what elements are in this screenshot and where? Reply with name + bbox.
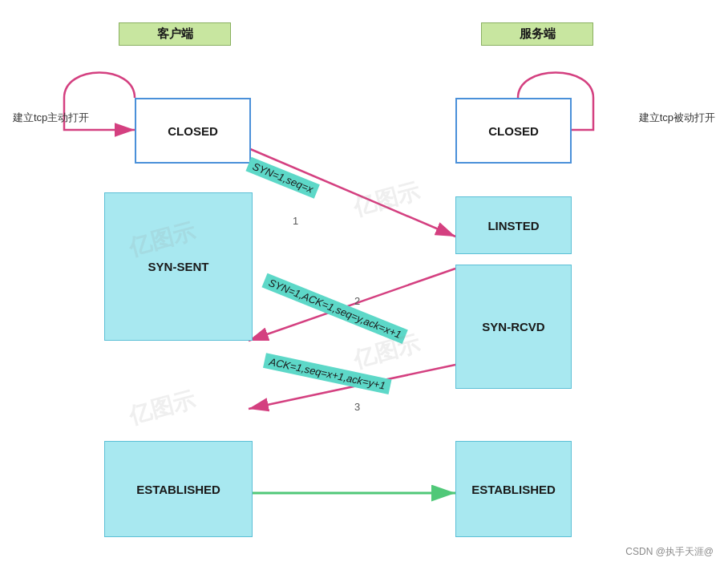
step1-num: 1 — [293, 215, 298, 227]
client-established-box: ESTABLISHED — [104, 441, 253, 537]
syn-sent-box: SYN-SENT — [104, 192, 253, 341]
client-header: 客户端 — [119, 22, 231, 46]
linsted-box: LINSTED — [455, 196, 572, 254]
right-side-label: 建立tcp被动打开 — [639, 111, 715, 125]
step2-num: 2 — [354, 295, 360, 307]
step3-num: 3 — [354, 401, 360, 413]
footer-credit: CSDN @执手天涯@ — [625, 545, 714, 559]
watermark4: 亿图示 — [126, 385, 199, 431]
diagram-container: 客户端 服务端 建立tcp主动打开 建立tcp被动打开 CLOSED CLOSE… — [0, 0, 728, 570]
left-side-label: 建立tcp主动打开 — [13, 111, 89, 125]
svg-line-0 — [249, 148, 455, 236]
arrow3-label: ACK=1,seq=x+1,ack=y+1 — [263, 353, 391, 394]
server-header: 服务端 — [481, 22, 593, 46]
watermark2: 亿图示 — [350, 176, 423, 223]
client-closed-box: CLOSED — [135, 98, 251, 164]
server-established-box: ESTABLISHED — [455, 441, 572, 537]
server-closed-box: CLOSED — [455, 98, 572, 164]
syn-rcvd-box: SYN-RCVD — [455, 265, 572, 389]
arrow2-label: SYN=1,ACK=1,seq=y,ack=x+1 — [261, 273, 408, 344]
arrow1-label: SYN=1,seq=x — [245, 157, 320, 199]
